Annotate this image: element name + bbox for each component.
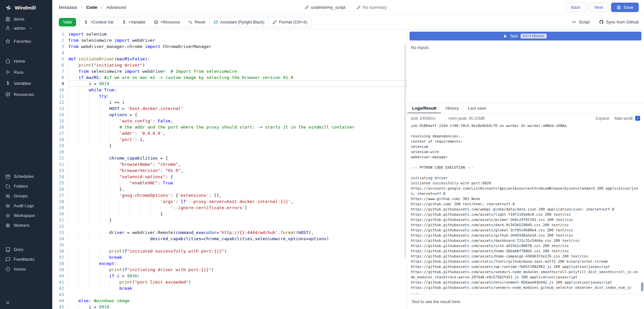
- code-line-14[interactable]: 14 options = {: [52, 112, 407, 118]
- code-line-33[interactable]: 33 driver = webdriver.Remote(command_exe…: [52, 229, 407, 236]
- sidebar-workspace-selector[interactable]: demo: [0, 14, 52, 23]
- code-line-29[interactable]: 29 '--ignore-certificate-errors']: [52, 205, 407, 211]
- test-button[interactable]: Test Ctrl+Enter: [410, 32, 641, 40]
- script-path[interactable]: u/admin/my_script: [305, 5, 345, 10]
- sidebar-logo[interactable]: Windmill: [0, 0, 52, 14]
- format-ctrl-s-button[interactable]: Format (Ctrl+S): [268, 17, 311, 27]
- sync-from-github-button[interactable]: Sync from Github: [599, 20, 639, 24]
- line-number: 37: [52, 254, 64, 260]
- assistant-pyright-black-button[interactable]: Assistant (Pyright Black): [209, 17, 268, 27]
- line-number: 26: [52, 186, 64, 192]
- code-line-34[interactable]: 34 desired_capabilities=chrome_capabilit…: [52, 236, 407, 242]
- logs-scrollbar-thumb[interactable]: [641, 282, 643, 291]
- code-line-24[interactable]: 24 "selenoid:options": {: [52, 174, 407, 180]
- line-number: 34: [52, 236, 64, 242]
- code-icon: [572, 20, 576, 24]
- code-line-28[interactable]: 28 'args': [f'--proxy-server=host.docker…: [52, 198, 407, 205]
- code-line-38[interactable]: 38 except:: [52, 260, 407, 267]
- code-line-4[interactable]: 4: [52, 50, 407, 56]
- script-summary[interactable]: No summary: [357, 5, 387, 10]
- code-line-19[interactable]: 19 }: [52, 143, 407, 149]
- code-line-16[interactable]: 16 # the addr and the port where the pro…: [52, 124, 407, 130]
- code-line-15[interactable]: 15 'auto_config': False,: [52, 118, 407, 124]
- code-line-30[interactable]: 30 }: [52, 211, 407, 217]
- sidebar-item-favorites[interactable]: Favorites: [0, 37, 52, 46]
- context-var-button[interactable]: +Context Var: [80, 17, 118, 27]
- code-line-25[interactable]: 25 "enableVNC": True: [52, 180, 407, 186]
- code-line-3[interactable]: 3from webdriver_manager.chrome import Ch…: [52, 43, 407, 50]
- tab-advanced[interactable]: Advanced: [106, 5, 126, 10]
- autoscroll-toggle[interactable]: Auto scroll: [614, 116, 640, 121]
- sidebar-item-runs[interactable]: Runs: [0, 67, 52, 78]
- expand-button[interactable]: Expand: [596, 116, 609, 121]
- valid-badge[interactable]: Valid: [59, 18, 76, 26]
- editor-scrollbar[interactable]: [403, 29, 407, 309]
- code-line-2[interactable]: 2from seleniumwire import webdriver: [52, 37, 407, 43]
- code-line-37[interactable]: 37 break: [52, 254, 407, 260]
- sidebar-item-feedbacks[interactable]: Feedbacks: [0, 255, 52, 264]
- code-line-18[interactable]: 18 'port': i,: [52, 136, 407, 143]
- resource-button[interactable]: +Resource: [150, 17, 184, 27]
- logs-output[interactable]: job 01864aff-22dd-cf40-f0c5-0ec8e9b50c70…: [407, 122, 644, 294]
- sidebar-item-docs[interactable]: Docs: [0, 245, 52, 255]
- back-button[interactable]: Back: [566, 3, 586, 12]
- result-tab-history[interactable]: History: [441, 103, 463, 113]
- code-text: "browserName": "chrome",: [68, 161, 407, 167]
- code-line-6[interactable]: 6 print("initiating driver"): [52, 62, 407, 68]
- editor-scrollbar-thumb[interactable]: [405, 45, 406, 257]
- code-line-10[interactable]: 10 while True:: [52, 87, 407, 93]
- code-line-36[interactable]: 36 print(f"initiated successfully with p…: [52, 248, 407, 254]
- result-tab-last-save[interactable]: Last save: [463, 103, 491, 113]
- code-line-17[interactable]: 17 'addr': '0.0.0.0',: [52, 130, 407, 136]
- code-line-43[interactable]: 43: [52, 291, 407, 298]
- code-line-45[interactable]: 45 i = 9919: [52, 304, 407, 309]
- script-button[interactable]: Script: [572, 20, 589, 24]
- code-line-20[interactable]: 20: [52, 149, 407, 155]
- code-line-12[interactable]: 12 i += 1: [52, 99, 407, 105]
- code-line-5[interactable]: 5def initiateDriver(macM1=False):: [52, 56, 407, 62]
- code-line-39[interactable]: 39 print(f"initiating driver with port:{…: [52, 267, 407, 273]
- code-line-32[interactable]: 32: [52, 223, 407, 229]
- sidebar-item-audit-logs[interactable]: Audit Logs: [0, 201, 52, 211]
- save-button[interactable]: Save: [611, 3, 639, 12]
- code-line-9[interactable]: 9 i = 9919: [52, 81, 407, 87]
- sidebar-item-issues[interactable]: Issues: [0, 264, 52, 274]
- code-line-42[interactable]: 42 break: [52, 285, 407, 291]
- sidebar-item-folders[interactable]: Folders: [0, 181, 52, 191]
- code-line-40[interactable]: 40 if i > 9930:: [52, 273, 407, 279]
- sidebar-collapse-button[interactable]: [0, 298, 52, 309]
- code-editor[interactable]: 1import selenium2from seleniumwire impor…: [52, 29, 407, 309]
- sidebar-item-schedules[interactable]: Schedules: [0, 172, 52, 181]
- code-line-21[interactable]: 21 chrome_capabilities = {: [52, 155, 407, 161]
- tab-metadata[interactable]: Metadata: [59, 5, 77, 10]
- code-text: print("port limit exceeded"): [68, 279, 407, 285]
- sidebar-user-menu[interactable]: admin: [0, 23, 52, 33]
- code-line-23[interactable]: 23 "browserVersion": "91.0",: [52, 167, 407, 174]
- sidebar-item-home[interactable]: Home: [0, 55, 52, 67]
- log-line: https://github.githubassets.com/assets/d…: [411, 238, 639, 243]
- sidebar-item-resources[interactable]: Resources: [0, 89, 52, 100]
- tab-code[interactable]: Code: [86, 5, 97, 10]
- code-line-26[interactable]: 26 },: [52, 186, 407, 192]
- sidebar-item-groups[interactable]: Groups: [0, 191, 52, 201]
- code-line-35[interactable]: 35: [52, 242, 407, 248]
- code-line-1[interactable]: 1import selenium: [52, 31, 407, 37]
- code-line-41[interactable]: 41 print("port limit exceeded"): [52, 279, 407, 285]
- sidebar-spacer: [0, 100, 52, 172]
- code-line-27[interactable]: 27 'goog:chromeOptions': {'extensions': …: [52, 192, 407, 198]
- autoscroll-checkbox[interactable]: [635, 116, 640, 121]
- code-line-13[interactable]: 13 HOST = 'host.docker.internal': [52, 105, 407, 112]
- code-line-22[interactable]: 22 "browserName": "chrome",: [52, 161, 407, 167]
- variable-button[interactable]: +Variable: [118, 17, 149, 27]
- sidebar-item-workspace[interactable]: Workspace: [0, 211, 52, 221]
- next-button[interactable]: Next: [589, 3, 609, 12]
- sidebar-item-variables[interactable]: Variables: [0, 78, 52, 89]
- sidebar-item-workers[interactable]: Workers: [0, 221, 52, 230]
- code-line-44[interactable]: 44 else: #windows image: [52, 298, 407, 304]
- code-line-8[interactable]: 8 if macM1: #if we are on mac m1 -> cust…: [52, 74, 407, 81]
- code-line-11[interactable]: 11 try:: [52, 93, 407, 99]
- code-line-31[interactable]: 31 }: [52, 217, 407, 223]
- code-line-7[interactable]: 7 from seleniumwire import webdriver # I…: [52, 68, 407, 74]
- reset-button[interactable]: Reset: [184, 17, 209, 27]
- result-tab-logs-result[interactable]: Logs/Result: [408, 103, 441, 113]
